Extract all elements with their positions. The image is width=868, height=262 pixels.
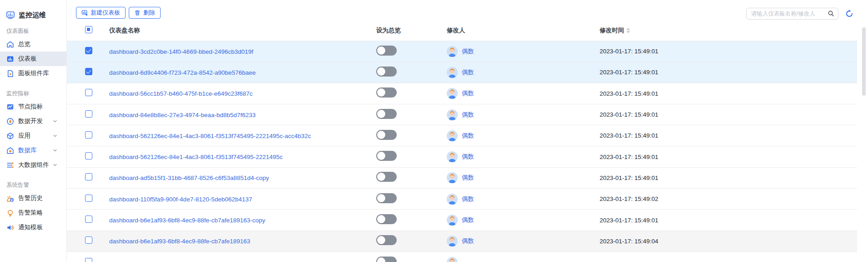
chevron-down-icon bbox=[53, 163, 57, 167]
overview-toggle[interactable] bbox=[376, 193, 397, 203]
row-checkbox[interactable] bbox=[85, 131, 92, 139]
dashboard-name-link[interactable]: dashboard-110f5fa9-900f-4de7-8120-5deb06… bbox=[109, 196, 252, 203]
modified-time: 2023-01-17: 15:49:01 bbox=[570, 48, 857, 55]
avatar bbox=[447, 194, 458, 205]
header-set-overview: 设为总览 bbox=[376, 26, 436, 35]
row-checkbox[interactable] bbox=[85, 68, 92, 75]
sidebar-item-node-metrics[interactable]: 节点指标 bbox=[0, 99, 66, 114]
toggle-knob bbox=[377, 215, 385, 223]
table-row[interactable]: dashboard-56cc1b57-b460-475f-b1ce-e649c2… bbox=[67, 83, 857, 104]
row-checkbox[interactable] bbox=[85, 47, 92, 54]
row-checkbox[interactable] bbox=[85, 258, 92, 262]
caret-down-icon bbox=[626, 31, 630, 33]
row-checkbox[interactable] bbox=[85, 216, 92, 223]
new-dashboard-button[interactable]: 新建仪表板 bbox=[76, 7, 126, 19]
delete-button[interactable]: 删除 bbox=[129, 7, 161, 19]
table-row[interactable]: dashboard-b6e1af93-6bf8-4ec9-88fe-cb7afe… bbox=[67, 231, 857, 252]
modifier-link[interactable]: 偶数 bbox=[462, 111, 474, 119]
table-row[interactable] bbox=[67, 252, 857, 262]
dashboard-name-link[interactable]: dashboard-84e8b8ec-27e3-4974-beaa-bd8b5d… bbox=[109, 112, 256, 118]
sidebar-section: 系统告警 告警历史 告警策略 通知模板 bbox=[0, 180, 66, 235]
modifier-link[interactable]: 偶数 bbox=[462, 237, 474, 245]
sidebar-item-alarm-policy[interactable]: 告警策略 bbox=[0, 205, 66, 220]
dashboard-name-link[interactable]: dashboard-b6e1af93-6bf8-4ec9-88fe-cb7afe… bbox=[109, 217, 265, 224]
table-row[interactable]: dashboard-3cd2c0be-14f0-4669-bbed-2496cb… bbox=[67, 41, 857, 62]
modifier-link[interactable]: 偶数 bbox=[462, 174, 474, 182]
dashboard-name-link[interactable]: dashboard-6d9c4406-f723-472a-8542-a90be5… bbox=[109, 69, 256, 76]
overview-toggle[interactable] bbox=[376, 87, 397, 98]
header-modified-time: 修改时间 bbox=[600, 26, 624, 35]
database-icon bbox=[6, 147, 14, 154]
modifier-link[interactable]: 偶数 bbox=[462, 195, 474, 203]
overview-toggle[interactable] bbox=[376, 109, 397, 119]
select-all-checkbox[interactable] bbox=[85, 26, 92, 33]
sidebar-item-apps[interactable]: 应用 bbox=[0, 128, 66, 143]
table-row[interactable]: dashboard-562126ec-84e1-4ac3-8061-f3513f… bbox=[67, 146, 857, 167]
dashboard-name-link[interactable]: dashboard-56cc1b57-b460-475f-b1ce-e649c2… bbox=[109, 90, 252, 97]
chevron-down-icon bbox=[53, 148, 57, 153]
sidebar-item-panel-components[interactable]: 面板组件库 bbox=[0, 66, 66, 81]
scrollbar-thumb[interactable] bbox=[862, 27, 866, 96]
table-row[interactable]: dashboard-6d9c4406-f723-472a-8542-a90be5… bbox=[67, 62, 857, 83]
components-icon bbox=[6, 70, 14, 77]
search-input[interactable] bbox=[746, 8, 838, 20]
modified-time: 2023-01-17: 15:49:01 bbox=[570, 132, 857, 139]
table-row[interactable]: dashboard-ad5b15f1-31bb-4687-8526-c6f53a… bbox=[67, 168, 857, 189]
table-row[interactable]: dashboard-b6e1af93-6bf8-4ec9-88fe-cb7afe… bbox=[67, 210, 857, 231]
bigdata-icon bbox=[6, 161, 14, 169]
dashboard-name-link[interactable]: dashboard-ad5b15f1-31bb-4687-8526-c6f53a… bbox=[109, 175, 269, 181]
row-checkbox[interactable] bbox=[85, 152, 92, 159]
table-row[interactable]: dashboard-110f5fa9-900f-4de7-8120-5deb06… bbox=[67, 189, 857, 210]
caret-up-icon bbox=[626, 28, 630, 30]
sidebar-item-bigdata-components[interactable]: 大数据组件 bbox=[0, 158, 66, 172]
node-metrics-icon bbox=[6, 103, 14, 111]
modifier-link[interactable]: 偶数 bbox=[462, 47, 474, 56]
sort-icon[interactable] bbox=[626, 28, 630, 33]
main-content: 新建仪表板 删除 仪表盘名称 设为总览 修改人 修改时间 bbox=[67, 0, 868, 262]
sidebar-item-label: 数据开发 bbox=[18, 117, 43, 125]
sidebar-item-label: 节点指标 bbox=[18, 103, 43, 111]
overview-toggle[interactable] bbox=[376, 67, 397, 77]
scrollbar-track[interactable] bbox=[857, 0, 868, 262]
avatar bbox=[447, 172, 458, 183]
dashboard-name-link[interactable]: dashboard-b6e1af93-6bf8-4ec9-88fe-cb7afe… bbox=[109, 238, 250, 245]
modified-time: 2023-01-17: 15:49:02 bbox=[570, 195, 857, 202]
overview-toggle[interactable] bbox=[376, 151, 397, 161]
sidebar-item-database[interactable]: 数据库 bbox=[0, 143, 66, 158]
row-checkbox[interactable] bbox=[85, 89, 92, 96]
row-checkbox[interactable] bbox=[85, 110, 92, 118]
dashboard-name-link[interactable]: dashboard-3cd2c0be-14f0-4669-bbed-2496cb… bbox=[109, 48, 253, 55]
sidebar-item-overview[interactable]: 总览 bbox=[0, 37, 66, 51]
modifier-link[interactable]: 偶数 bbox=[462, 89, 474, 98]
overview-toggle[interactable] bbox=[376, 172, 397, 182]
sidebar-item-alarm-history[interactable]: 告警历史 bbox=[0, 191, 66, 205]
table-row[interactable]: dashboard-562126ec-84e1-4ac3-8061-f3513f… bbox=[67, 125, 857, 146]
modifier-link[interactable]: 偶数 bbox=[462, 216, 474, 224]
modified-time: 2023-01-17: 15:49:01 bbox=[570, 217, 857, 224]
modifier-link[interactable]: 偶数 bbox=[462, 68, 474, 77]
row-checkbox[interactable] bbox=[85, 173, 92, 180]
dashboard-name-link[interactable]: dashboard-562126ec-84e1-4ac3-8061-f3513f… bbox=[109, 133, 311, 139]
modifier-link[interactable]: 偶数 bbox=[462, 153, 474, 161]
sidebar-item-dashboards[interactable]: 仪表板 bbox=[0, 51, 66, 66]
sidebar-item-label: 数据库 bbox=[18, 146, 37, 154]
search-icon[interactable] bbox=[828, 10, 834, 17]
row-checkbox[interactable] bbox=[85, 195, 92, 202]
dashboard-name-link[interactable]: dashboard-562126ec-84e1-4ac3-8061-f3513f… bbox=[109, 154, 283, 160]
overview-toggle[interactable] bbox=[376, 46, 397, 56]
overview-toggle[interactable] bbox=[376, 257, 397, 262]
modified-time: 2023-01-17: 15:49:01 bbox=[570, 154, 857, 160]
new-dashboard-icon bbox=[81, 10, 88, 16]
modifier-link[interactable]: 偶数 bbox=[462, 132, 474, 140]
overview-toggle[interactable] bbox=[376, 130, 397, 140]
sidebar-section-title: 系统告警 bbox=[0, 180, 66, 190]
toggle-knob bbox=[377, 194, 385, 202]
sidebar-item-notify-template[interactable]: 通知模板 bbox=[0, 220, 66, 235]
table-row[interactable]: dashboard-84e8b8ec-27e3-4974-beaa-bd8b5d… bbox=[67, 104, 857, 125]
overview-toggle[interactable] bbox=[376, 214, 397, 224]
row-checkbox[interactable] bbox=[85, 236, 92, 244]
overview-toggle[interactable] bbox=[376, 235, 397, 245]
sidebar-item-label: 面板组件库 bbox=[18, 69, 49, 77]
refresh-icon[interactable] bbox=[845, 10, 853, 18]
sidebar-item-data-dev[interactable]: 数据开发 bbox=[0, 114, 66, 128]
